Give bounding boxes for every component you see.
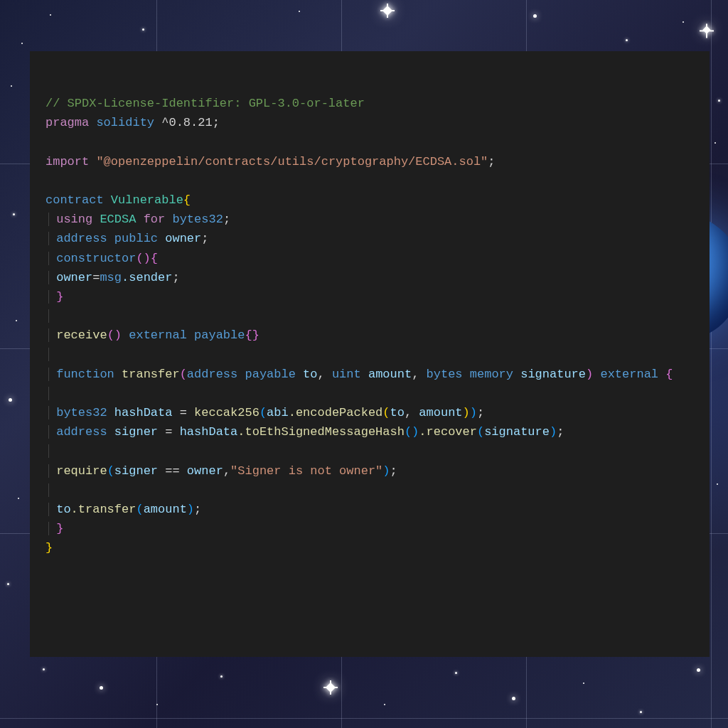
code-keyword: function [56,368,114,381]
star-icon [697,668,700,672]
code-keyword: payable [194,328,245,342]
code-type: bytes32 [56,406,107,419]
code-keyword: external [600,368,658,381]
star-icon [714,142,716,144]
code-type: uint [332,368,361,381]
code-var: hashData [180,425,238,439]
code-param: signature [520,368,586,381]
star-icon [16,320,17,321]
code-param: to [303,368,317,381]
star-icon [21,43,23,44]
code-fn: .recover [419,425,477,439]
star-icon [7,583,9,585]
code-var: owner [165,232,201,245]
code-fn: keccak256 [194,406,259,419]
code-var: to [56,503,70,516]
code-keyword: memory [470,368,513,381]
code-class: Vulnerable [111,193,183,207]
code-var: signature [484,425,550,439]
star-icon [18,498,19,499]
star-icon [11,85,12,87]
star-icon [100,686,103,690]
star-icon [220,675,223,678]
code-keyword: payable [245,368,295,381]
code-keyword: for [144,213,166,226]
code-type: address [187,368,237,381]
star-icon [384,704,385,705]
star-icon [455,672,457,674]
code-var: owner [187,464,223,478]
star-icon [156,704,158,705]
code-class: ECDSA [100,213,136,226]
code-text: ^0.8.21 [161,116,212,129]
star-icon [533,14,537,18]
code-keyword: import [46,155,89,168]
code-type: address [56,425,107,439]
code-var: to [390,406,405,419]
code-type: address [56,232,107,245]
code-var: signer [114,425,158,439]
star-icon [583,682,584,684]
code-fn: .toEthSignedMessageHash [237,425,405,439]
code-fn: require [56,464,107,478]
star-icon [299,11,300,12]
code-var: amount [419,406,462,419]
star-icon [142,28,144,31]
code-type: solidity [96,116,154,129]
star-icon [718,100,720,102]
code-op: == [165,464,179,478]
star-icon [13,213,15,215]
code-editor: // SPDX-License-Identifier: GPL-3.0-or-l… [30,51,710,657]
code-keyword: using [56,213,92,226]
star-icon [43,668,45,670]
code-type: bytes [427,368,463,381]
star-icon [682,21,684,23]
code-keyword: pragma [46,116,89,129]
code-var: owner [56,271,92,284]
code-var: abi [267,406,289,419]
code-keyword: constructor [56,252,136,265]
code-var: hashData [114,406,173,419]
code-fn: .transfer [71,503,136,516]
code-fn: receive [56,328,107,342]
star-icon [717,483,718,485]
code-var: msg [100,271,122,284]
code-block: // SPDX-License-Identifier: GPL-3.0-or-l… [46,94,694,558]
code-param: amount [368,368,412,381]
code-keyword: public [114,232,158,245]
code-fn: transfer [122,368,180,381]
star-icon [640,711,642,713]
code-string: "Signer is not owner" [230,464,382,478]
star-icon [50,14,51,16]
code-string: "@openzeppelin/contracts/utils/cryptogra… [96,155,488,168]
code-comment: // SPDX-License-Identifier: GPL-3.0-or-l… [46,97,365,110]
code-var: .sender [122,271,172,284]
star-icon [626,39,628,41]
code-keyword: contract [46,193,104,207]
star-icon [9,398,12,402]
code-var: signer [114,464,158,478]
code-fn: .encodePacked [289,406,383,419]
code-var: amount [144,503,187,516]
star-icon [512,697,515,700]
code-keyword: external [129,328,187,342]
code-type: bytes32 [172,213,223,226]
